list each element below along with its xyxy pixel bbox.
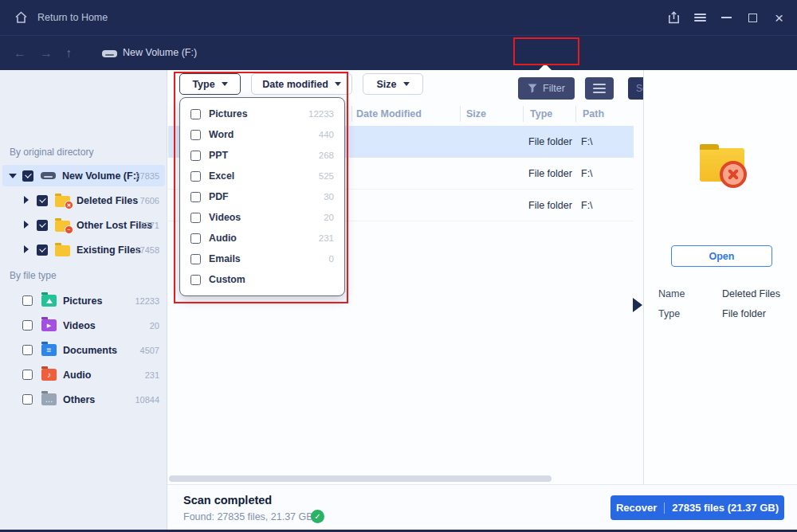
checkbox-checked[interactable] [22, 170, 33, 182]
sidebar-item-others[interactable]: … Others 10844 [0, 389, 167, 410]
field-label: Type [658, 308, 680, 319]
filetype-label: Audio [63, 370, 91, 381]
column-divider [523, 106, 524, 122]
sidebar-item-pictures[interactable]: Pictures 12233 [0, 290, 167, 311]
recover-info: 27835 files (21.37 GB) [672, 502, 779, 514]
close-button[interactable]: × [766, 0, 792, 35]
minimize-button[interactable] [713, 0, 740, 35]
tooltip-pointer [539, 64, 552, 70]
column-divider [351, 106, 352, 122]
filetype-count: 4507 [140, 346, 159, 355]
dropdown-item-pictures[interactable]: Pictures 12233 [190, 108, 334, 119]
dropdown-item-videos[interactable]: Videos 20 [190, 212, 334, 223]
view-options-button[interactable] [585, 77, 614, 100]
checkbox-unchecked[interactable] [190, 275, 201, 285]
button-divider [664, 503, 665, 514]
checkbox-unchecked[interactable] [190, 171, 201, 182]
dropdown-count: 0 [329, 254, 334, 264]
cell-type: File folder [528, 158, 572, 190]
sidebar-item-new-volume[interactable]: New Volume (F:) 27835 [0, 165, 167, 186]
sidebar-item-other-lost-files[interactable]: − Other Lost Files 2771 [0, 214, 167, 236]
filter-button[interactable]: Filter [518, 77, 575, 100]
chevron-right-icon[interactable] [24, 245, 29, 253]
dropdown-count: 231 [319, 233, 334, 243]
dropdown-count: 525 [319, 171, 334, 181]
checkbox-unchecked[interactable] [190, 109, 201, 119]
dropdown-item-excel[interactable]: Excel 525 [190, 170, 334, 182]
tree-item-label: Existing Files [77, 244, 141, 256]
sidebar-item-existing-files[interactable]: Existing Files 17458 [0, 239, 167, 260]
dropdown-item-custom[interactable]: Custom [190, 274, 334, 285]
scan-found-text: Found: 27835 files, 21.37 GB [183, 511, 313, 522]
recover-button[interactable]: Recover 27835 files (21.37 GB) [611, 495, 784, 520]
filetype-count: 20 [150, 321, 159, 331]
sidebar-item-audio[interactable]: ♪ Audio 231 [0, 364, 167, 385]
chevron-right-icon[interactable] [24, 221, 29, 229]
column-header-type[interactable]: Type [530, 102, 552, 126]
dropdown-label: Excel [209, 170, 234, 182]
titlebar: Return to Home × [0, 0, 797, 35]
checkbox-checked[interactable] [37, 220, 48, 231]
filter-chip-size[interactable]: Size [363, 73, 423, 95]
dropdown-count: 20 [324, 213, 334, 222]
dropdown-item-pdf[interactable]: PDF 30 [190, 191, 334, 202]
checkbox-checked[interactable] [37, 195, 48, 206]
checkbox-unchecked[interactable] [190, 192, 201, 202]
share-button[interactable] [661, 0, 687, 35]
videos-icon: ▶ [41, 319, 57, 331]
column-header-path[interactable]: Path [583, 102, 604, 126]
cell-path: F:\ [581, 126, 593, 158]
checkbox-unchecked[interactable] [190, 254, 201, 264]
horizontal-scrollbar[interactable] [169, 475, 552, 482]
forward-button[interactable]: → [40, 36, 53, 70]
sidebar-item-documents[interactable]: ≡ Documents 4507 [0, 339, 167, 361]
success-check-icon: ✓ [311, 510, 324, 523]
checkbox-unchecked[interactable] [190, 213, 201, 223]
chevron-down-icon [222, 82, 228, 86]
chevron-down-icon[interactable] [9, 174, 17, 178]
cell-type: File folder [528, 190, 572, 221]
dropdown-count: 12233 [308, 109, 334, 119]
checkbox-unchecked[interactable] [22, 345, 33, 355]
checkbox-unchecked[interactable] [22, 320, 33, 331]
filetype-label: Videos [63, 320, 96, 331]
dropdown-item-ppt[interactable]: PPT 268 [190, 150, 334, 161]
tree-item-count: 7606 [140, 196, 159, 205]
app-menu-button[interactable] [687, 0, 713, 35]
filetype-count: 231 [145, 370, 159, 380]
up-button[interactable]: ↑ [65, 36, 72, 70]
checkbox-unchecked[interactable] [22, 394, 33, 405]
pictures-icon [41, 295, 57, 307]
dropdown-item-audio[interactable]: Audio 231 [190, 233, 334, 244]
chip-label: Date modified [262, 79, 328, 90]
hamburger-icon [593, 84, 606, 85]
dropdown-count: 268 [319, 151, 334, 160]
maximize-button[interactable] [740, 0, 766, 35]
filter-chip-type[interactable]: Type [179, 73, 241, 95]
dropdown-item-word[interactable]: Word 440 [190, 129, 334, 140]
checkbox-unchecked[interactable] [190, 151, 201, 161]
chip-label: Size [376, 79, 396, 90]
dropdown-count: 30 [324, 192, 334, 201]
chevron-right-icon[interactable] [24, 196, 29, 204]
dropdown-label: Videos [209, 212, 241, 223]
others-icon: … [41, 393, 57, 405]
sidebar-item-deleted-files[interactable]: ✕ Deleted Files 7606 [0, 190, 167, 211]
return-home-button[interactable]: Return to Home [14, 0, 108, 35]
column-header-date-modified[interactable]: Date Modified [356, 102, 422, 126]
dropdown-label: Pictures [209, 108, 248, 119]
filter-chip-date-modified[interactable]: Date modified [251, 73, 352, 95]
panel-collapse-handle[interactable] [633, 298, 642, 312]
column-header-size[interactable]: Size [466, 102, 486, 126]
preview-field-name: Name Deleted Files [644, 288, 797, 301]
section-title-filetype: By file type [10, 270, 57, 281]
checkbox-unchecked[interactable] [22, 370, 33, 380]
checkbox-checked[interactable] [37, 244, 48, 256]
checkbox-unchecked[interactable] [190, 130, 201, 140]
checkbox-unchecked[interactable] [190, 233, 201, 244]
back-button[interactable]: ← [14, 36, 26, 70]
sidebar-item-videos[interactable]: ▶ Videos 20 [0, 315, 167, 336]
dropdown-item-emails[interactable]: Emails 0 [190, 253, 334, 264]
checkbox-unchecked[interactable] [22, 295, 33, 306]
open-button[interactable]: Open [671, 245, 772, 267]
